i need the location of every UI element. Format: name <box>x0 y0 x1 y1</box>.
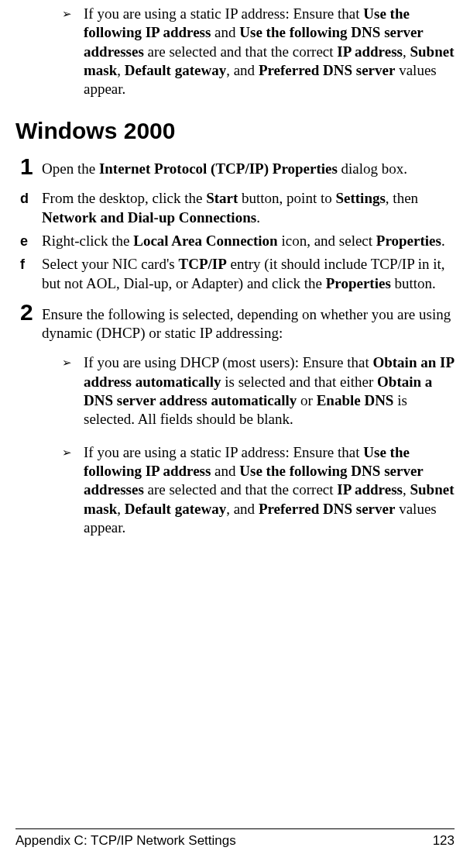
bold: Properties <box>326 275 391 291</box>
text: . <box>256 209 260 226</box>
bold: IP address <box>337 481 403 498</box>
list-item: ➢ If you are using a static IP address: … <box>62 443 455 538</box>
text: , <box>403 43 410 60</box>
step-1: 1 Open the Internet Protocol (TCP/IP) Pr… <box>15 157 455 178</box>
step-2: 2 Ensure the following is selected, depe… <box>15 302 455 343</box>
substep-letter: e <box>20 232 42 250</box>
text: , <box>403 481 410 498</box>
step-body: Ensure the following is selected, depend… <box>42 302 455 343</box>
text: button. <box>391 275 436 291</box>
bold: IP address <box>337 43 403 60</box>
bullet-text: If you are using a static IP address: En… <box>84 5 455 99</box>
text: and <box>211 24 239 40</box>
text: , and <box>226 62 259 78</box>
bold: Default gateway <box>125 501 226 517</box>
text: or <box>297 392 316 408</box>
bold: TCP/IP <box>178 256 226 272</box>
bold: Settings <box>335 190 385 206</box>
list-item: ➢ If you are using a static IP address: … <box>62 5 455 99</box>
text: Right-click the <box>42 232 133 249</box>
bold: Local Area Connection <box>133 232 277 249</box>
text: . <box>441 232 445 249</box>
text: icon, and select <box>278 232 376 249</box>
text: If you are using DHCP (most users): Ensu… <box>84 354 372 370</box>
substep-body: From the desktop, click the Start button… <box>42 189 455 227</box>
page-footer: Appendix C: TCP/IP Network Settings 123 <box>15 828 455 849</box>
substep-e: e Right-click the Local Area Connection … <box>20 232 455 250</box>
bullet-arrow-icon: ➢ <box>62 5 84 23</box>
substep-letter: d <box>20 189 42 208</box>
bullet-arrow-icon: ➢ <box>62 353 84 372</box>
page-content: ➢ If you are using a static IP address: … <box>15 0 455 537</box>
list-item: ➢ If you are using DHCP (most users): En… <box>62 353 455 429</box>
bold: Start <box>206 190 238 206</box>
bullet-arrow-icon: ➢ <box>62 443 84 462</box>
static-bullet: ➢ If you are using a static IP address: … <box>15 443 455 538</box>
footer-title: Appendix C: TCP/IP Network Settings <box>15 832 236 849</box>
text: Open the <box>42 160 99 177</box>
text: , and <box>226 501 259 517</box>
text: are selected and that the correct <box>144 481 338 498</box>
substep-body: Right-click the Local Area Connection ic… <box>42 232 445 250</box>
step-number: 1 <box>20 155 42 178</box>
bullet-text: If you are using a static IP address: En… <box>84 443 455 538</box>
substep-body: Select your NIC card's TCP/IP entry (it … <box>42 255 455 293</box>
text: If you are using a static IP address: En… <box>84 5 363 22</box>
page-number: 123 <box>433 832 455 849</box>
text: button, point to <box>238 190 335 206</box>
text: , <box>117 62 125 78</box>
bold: Preferred DNS server <box>259 501 396 517</box>
substep-letter: f <box>20 255 42 274</box>
substeps: d From the desktop, click the Start butt… <box>15 189 455 293</box>
bold: Default gateway <box>125 62 226 78</box>
text: Select your NIC card's <box>42 256 178 272</box>
dhcp-bullet: ➢ If you are using DHCP (most users): En… <box>15 353 455 429</box>
bold: Network and Dial-up Connections <box>42 209 256 226</box>
text: From the desktop, click the <box>42 190 206 206</box>
intro-static-bullet: ➢ If you are using a static IP address: … <box>15 5 455 99</box>
bold: Properties <box>376 232 441 249</box>
text: is selected and that either <box>221 374 378 390</box>
text: , then <box>386 190 418 206</box>
text: If you are using a static IP address: En… <box>84 444 363 460</box>
step-body: Open the Internet Protocol (TCP/IP) Prop… <box>42 157 407 178</box>
text: and <box>211 463 239 479</box>
substep-d: d From the desktop, click the Start butt… <box>20 189 455 227</box>
page: ➢ If you are using a static IP address: … <box>0 0 470 868</box>
bold: Internet Protocol (TCP/IP) Properties <box>99 160 338 177</box>
substep-f: f Select your NIC card's TCP/IP entry (i… <box>20 255 455 293</box>
text: dialog box. <box>338 160 407 177</box>
bold: Enable DNS <box>317 392 394 408</box>
text: , <box>117 501 125 517</box>
step-number: 2 <box>20 301 42 324</box>
text: are selected and that the correct <box>144 43 338 60</box>
section-heading-windows-2000: Windows 2000 <box>15 116 455 146</box>
bullet-text: If you are using DHCP (most users): Ensu… <box>84 353 455 429</box>
bold: Preferred DNS server <box>259 62 396 78</box>
